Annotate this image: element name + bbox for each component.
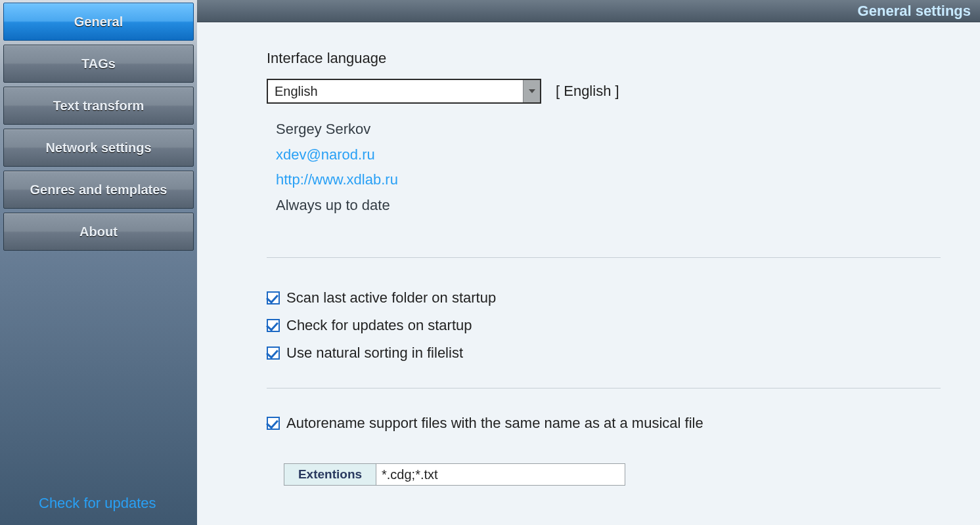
translator-email-link[interactable]: xdev@narod.ru [276,142,941,168]
checkbox-natural-sort[interactable] [267,346,280,360]
tab-about[interactable]: About [3,213,194,251]
language-dropdown-value: English [268,80,523,102]
language-native-name: [ English ] [556,83,619,100]
settings-sidebar: General TAGs Text transform Network sett… [0,0,197,525]
tab-text-transform[interactable]: Text transform [3,87,194,125]
section-divider [267,388,941,388]
interface-language-label: Interface language [267,50,941,67]
page-title: General settings [858,3,971,20]
tab-general[interactable]: General [3,3,194,41]
checkbox-check-updates-label: Check for updates on startup [286,317,472,334]
settings-content: Interface language English [ English ] S… [197,22,980,525]
checkbox-autorename[interactable] [267,417,280,430]
check-for-updates-link[interactable]: Check for updates [3,495,194,525]
checkbox-autorename-label: Autorename support files with the same n… [286,415,703,432]
translator-name: Sergey Serkov [276,117,941,142]
translation-status: Always up to date [276,193,941,219]
extensions-input[interactable] [376,464,625,485]
checkbox-scan-startup[interactable] [267,291,280,304]
checkbox-check-updates[interactable] [267,319,280,332]
extensions-field: Extentions [284,463,625,486]
extensions-caption: Extentions [284,464,376,485]
dropdown-arrow-icon[interactable] [523,80,540,102]
translator-url-link[interactable]: http://www.xdlab.ru [276,167,941,193]
settings-main: General settings Interface language Engl… [197,0,980,525]
section-divider [267,257,941,258]
tab-network-settings[interactable]: Network settings [3,129,194,167]
tab-genres-templates[interactable]: Genres and templates [3,171,194,209]
checkbox-natural-sort-label: Use natural sorting in filelist [286,345,463,362]
tab-tags[interactable]: TAGs [3,45,194,83]
language-dropdown[interactable]: English [267,79,541,104]
checkbox-scan-startup-label: Scan last active folder on startup [286,289,496,306]
page-title-bar: General settings [197,0,980,22]
